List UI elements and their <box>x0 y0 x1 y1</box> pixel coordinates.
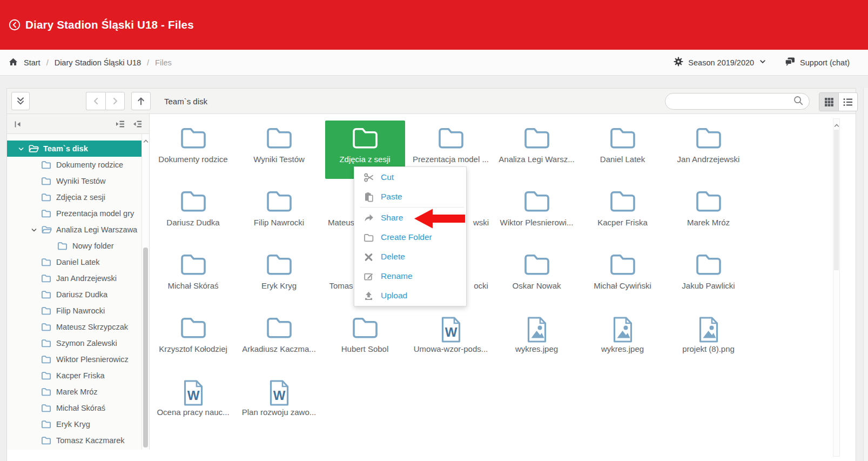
expand-tree-icon[interactable] <box>132 119 143 131</box>
scrollbar-thumb[interactable] <box>143 248 148 447</box>
chevron-down-icon[interactable] <box>18 145 24 152</box>
sidebar-scrollbar[interactable] <box>142 134 149 450</box>
folder-item[interactable]: Eryk Kryg <box>236 247 322 310</box>
collapse-toolbar-button[interactable] <box>11 92 30 110</box>
context-menu-item-create-folder[interactable]: Create Folder <box>354 228 466 247</box>
tree-item[interactable]: Analiza Legi Warszawa <box>7 222 149 238</box>
breadcrumb-start[interactable]: Start <box>24 58 41 67</box>
folder-item[interactable]: Kacper Friska <box>580 184 665 247</box>
tree-item-label: Szymon Zalewski <box>56 339 117 348</box>
context-menu-item-rename[interactable]: Rename <box>354 266 466 286</box>
file-item[interactable]: wykres.jpeg <box>494 310 580 373</box>
folder-icon <box>41 387 51 396</box>
word-file-icon: W <box>439 316 463 340</box>
up-folder-button[interactable] <box>131 92 151 110</box>
folder-item[interactable]: Jan Andrzejewski <box>665 121 751 184</box>
item-label: Wyniki Testów <box>253 155 305 164</box>
image-file-icon <box>696 316 721 340</box>
folder-item[interactable]: Dariusz Dudka <box>150 184 236 247</box>
menu-item-label: Delete <box>381 252 405 262</box>
tree-item-label: Zdjęcia z sesji <box>56 193 105 202</box>
collapse-tree-icon[interactable] <box>115 119 125 131</box>
folder-item[interactable]: Krzysztof Kołodziej <box>150 310 236 373</box>
tree-item[interactable]: Dokumenty rodzice <box>7 157 149 173</box>
tree-item[interactable]: Mateusz Skrzypczak <box>7 319 149 335</box>
tree-item[interactable]: Michał Skóraś <box>7 400 149 416</box>
tree-item[interactable]: Zdjęcia z sesji <box>7 189 149 205</box>
folder-item[interactable]: Filip Nawrocki <box>236 184 322 247</box>
home-icon[interactable] <box>9 57 18 68</box>
collapse-sidebar-icon[interactable] <box>12 119 23 132</box>
folder-item[interactable]: Michał Cywiński <box>580 247 665 310</box>
menu-item-label: Paste <box>381 192 402 202</box>
scroll-up-icon[interactable] <box>833 121 840 130</box>
breadcrumb-diary[interactable]: Diary Stadion Śląski U18 <box>55 58 141 67</box>
menu-item-label: Cut <box>381 172 394 182</box>
folder-item[interactable]: Michał Skóraś <box>150 247 236 310</box>
support-chat-button[interactable]: Support (chat) <box>785 57 850 68</box>
file-item[interactable]: WOcena pracy nauc... <box>150 373 236 437</box>
search-box <box>665 93 810 110</box>
season-selector[interactable]: Season 2019/2020 <box>674 57 766 68</box>
chevron-down-icon[interactable] <box>31 226 37 233</box>
file-item[interactable]: WPlan rozwoju zawo... <box>236 373 322 437</box>
tree-item-label: Daniel Latek <box>56 258 100 266</box>
folder-item[interactable]: Oskar Nowak <box>494 247 580 310</box>
tree-item[interactable]: Marek Mróz <box>7 384 149 400</box>
chat-icon <box>785 57 795 68</box>
folder-item[interactable]: Dokumenty rodzice <box>150 121 236 184</box>
tree-item[interactable]: Filip Nawrocki <box>7 303 149 319</box>
folder-item[interactable]: Analiza Legi Warsz... <box>494 121 580 184</box>
tree-item[interactable]: Team`s disk <box>7 141 149 157</box>
context-menu-item-paste[interactable]: Paste <box>354 187 466 206</box>
folder-item[interactable]: Hubert Sobol <box>322 310 408 373</box>
item-tile: WUmowa-wzor-pods... <box>411 310 491 369</box>
tree-item[interactable]: Daniel Latek <box>7 254 149 270</box>
item-tile: Michał Cywiński <box>583 247 663 305</box>
folder-icon <box>351 316 379 340</box>
scrollbar-thumb[interactable] <box>834 130 839 270</box>
tree-item[interactable]: Nowy folder <box>7 238 149 254</box>
scroll-up-icon[interactable] <box>143 136 149 146</box>
tree-item[interactable]: Kacper Friska <box>7 368 149 384</box>
folder-icon <box>41 339 51 348</box>
tree-item[interactable]: Tomasz Kaczmarek <box>7 432 149 449</box>
list-view-button[interactable] <box>838 93 857 111</box>
file-item[interactable]: projekt (8).png <box>665 310 751 373</box>
file-item[interactable]: wykres.jpeg <box>580 310 665 373</box>
files-scrollbar[interactable] <box>833 118 840 457</box>
context-menu-item-cut[interactable]: Cut <box>354 168 466 187</box>
tree-item[interactable]: Wiktor Plesnierowicz <box>7 351 149 368</box>
forward-button[interactable] <box>105 92 125 110</box>
folder-item[interactable]: Arkadiusz Kaczma... <box>236 310 322 373</box>
tree-item[interactable]: Jan Andrzejewski <box>7 270 149 286</box>
image-file-icon <box>610 316 635 340</box>
tree-item[interactable]: Dariusz Dudka <box>7 286 149 303</box>
tree-item[interactable]: Szymon Zalewski <box>7 335 149 351</box>
back-icon[interactable] <box>9 19 21 31</box>
folder-icon <box>41 420 51 429</box>
item-tile: Wyniki Testów <box>239 121 319 179</box>
tree-item[interactable]: Prezentacja model gry <box>7 205 149 222</box>
tree-item[interactable]: Eryk Kryg <box>7 416 149 432</box>
history-nav <box>86 92 125 110</box>
folder-item[interactable]: Marek Mróz <box>665 184 751 247</box>
svg-text:W: W <box>187 388 199 403</box>
folder-item[interactable]: Daniel Latek <box>580 121 665 184</box>
folder-item[interactable]: Jakub Pawlicki <box>665 247 751 310</box>
file-item[interactable]: WUmowa-wzor-pods... <box>408 310 494 373</box>
window-scrollbar[interactable] <box>863 88 868 461</box>
context-menu-item-delete[interactable]: Delete <box>354 247 466 266</box>
grid-view-button[interactable] <box>819 93 838 111</box>
search-input[interactable] <box>673 97 793 106</box>
search-icon[interactable] <box>793 95 804 108</box>
breadcrumb-bar: Start / Diary Stadion Śląski U18 / Files… <box>0 50 868 76</box>
back-button[interactable] <box>86 92 105 110</box>
breadcrumb: Start / Diary Stadion Śląski U18 / Files <box>9 57 172 68</box>
folder-item[interactable]: Wyniki Testów <box>236 121 322 184</box>
breadcrumb-separator: / <box>46 58 49 67</box>
context-menu-item-upload[interactable]: Upload <box>354 286 466 305</box>
context-menu-item-share[interactable]: Share <box>354 208 466 228</box>
folder-item[interactable]: Wiktor Plesnierowi... <box>494 184 580 247</box>
tree-item[interactable]: Wyniki Testów <box>7 173 149 189</box>
